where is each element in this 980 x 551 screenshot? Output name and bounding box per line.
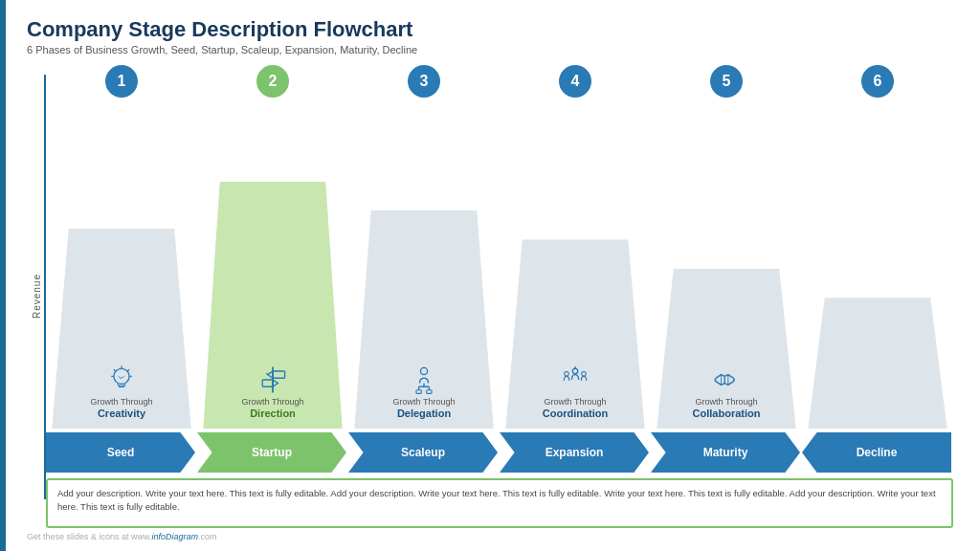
- collaboration-icon: [709, 363, 744, 397]
- stage-col-6: 6: [802, 65, 953, 429]
- main-title: Company Stage Description Flowchart: [27, 17, 953, 42]
- growth-name-1: Creativity: [98, 408, 145, 419]
- growth-name-3: Delegation: [397, 408, 451, 419]
- arrow-decline: Decline: [802, 432, 951, 473]
- svg-point-13: [420, 368, 427, 375]
- funnel-2: Growth Through Direction: [203, 182, 342, 429]
- arrow-startup: Startup: [197, 432, 346, 473]
- stage-col-5: 5 Growth Through: [651, 65, 802, 429]
- svg-rect-8: [273, 371, 285, 378]
- svg-rect-19: [427, 390, 432, 394]
- stage-col-2: 2 Gr: [197, 65, 348, 429]
- growth-name-4: Coordination: [543, 408, 608, 419]
- creativity-icon: [104, 363, 139, 397]
- circle-badge-4: 4: [559, 65, 591, 98]
- funnel-1: Growth Through Creativity: [52, 229, 190, 429]
- stage-col-1: 1: [46, 65, 197, 429]
- svg-text:✦: ✦: [573, 365, 577, 370]
- svg-point-22: [582, 372, 587, 377]
- funnel-6: [808, 298, 947, 429]
- subtitle: 6 Phases of Business Growth, Seed, Start…: [27, 44, 953, 55]
- growth-prefix-3: Growth Through: [393, 397, 456, 408]
- arrow-label-expansion: Expansion: [546, 446, 604, 459]
- arrow-seed: Seed: [46, 432, 195, 473]
- coordination-icon: ✦: [558, 363, 592, 397]
- arrow-label-startup: Startup: [252, 446, 292, 459]
- direction-icon: [256, 363, 290, 397]
- arrow-label-decline: Decline: [857, 446, 898, 459]
- growth-prefix-4: Growth Through: [545, 397, 607, 408]
- circle-badge-6: 6: [861, 65, 894, 98]
- page-container: Company Stage Description Flowchart 6 Ph…: [0, 0, 980, 551]
- stage-col-4: 4: [500, 65, 651, 429]
- y-axis-label: Revenue: [32, 274, 42, 319]
- growth-prefix-5: Growth Through: [696, 397, 758, 408]
- footer-brand: infoDiagram: [152, 532, 199, 541]
- arrow-label-maturity: Maturity: [703, 446, 748, 459]
- circle-badge-1: 1: [105, 65, 138, 98]
- footer: Get these slides & icons at www.infoDiag…: [27, 532, 953, 541]
- growth-prefix-1: Growth Through: [91, 397, 153, 408]
- funnels-row: 1: [46, 65, 953, 429]
- circle-badge-3: 3: [408, 65, 440, 98]
- svg-point-0: [114, 369, 129, 385]
- arrow-maturity: Maturity: [651, 432, 800, 473]
- arrow-label-scaleup: Scaleup: [401, 446, 445, 459]
- circle-badge-5: 5: [710, 65, 743, 98]
- header: Company Stage Description Flowchart 6 Ph…: [27, 17, 953, 55]
- chart-area: Revenue 1: [27, 65, 953, 528]
- funnel-5: Growth Through Collaboration: [657, 269, 795, 429]
- stages-container: 1: [46, 65, 953, 528]
- stage-col-3: 3: [348, 65, 500, 429]
- arrows-row: Seed Startup Scaleup Expansion: [46, 432, 953, 473]
- growth-prefix-2: Growth Through: [242, 397, 304, 408]
- svg-point-21: [565, 372, 569, 377]
- arrow-label-seed: Seed: [107, 446, 135, 459]
- footer-text: Get these slides & icons at www.: [27, 532, 152, 541]
- svg-line-3: [114, 369, 116, 371]
- y-axis: Revenue: [27, 65, 46, 528]
- funnel-3: Growth Through Delegation: [354, 210, 493, 429]
- funnel-4: ✦ Growth Through Coordination: [505, 239, 644, 429]
- growth-name-2: Direction: [250, 408, 296, 419]
- delegation-icon: [407, 363, 441, 397]
- svg-line-4: [127, 369, 129, 371]
- svg-rect-10: [262, 380, 273, 386]
- description-text: Add your description. Write your text he…: [57, 488, 936, 512]
- description-box[interactable]: Add your description. Write your text he…: [46, 478, 953, 528]
- growth-name-5: Collaboration: [693, 408, 761, 419]
- svg-rect-18: [416, 390, 421, 394]
- arrow-scaleup: Scaleup: [348, 432, 498, 473]
- footer-suffix: .com: [198, 532, 217, 541]
- circle-badge-2: 2: [256, 65, 289, 98]
- arrow-expansion: Expansion: [500, 432, 649, 473]
